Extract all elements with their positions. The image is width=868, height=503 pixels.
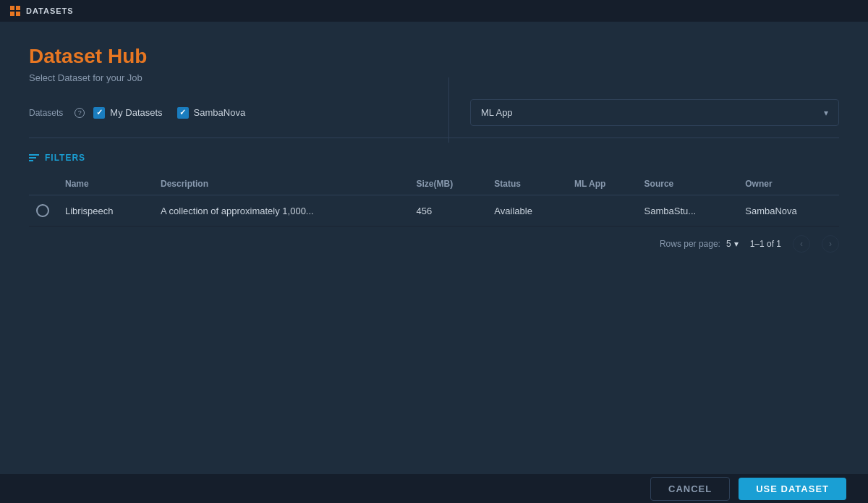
row-owner: SambaNova	[738, 195, 839, 227]
mlapp-dropdown[interactable]: ML App ▾	[470, 99, 839, 126]
col-name: Name	[58, 173, 153, 195]
col-description: Description	[153, 173, 409, 195]
col-source: Source	[637, 173, 739, 195]
row-select-cell[interactable]	[29, 195, 58, 227]
filters-section: FILTERS	[29, 153, 839, 163]
checkbox-group: My Datasets SambaNova	[93, 107, 245, 119]
filters-label: FILTERS	[45, 153, 85, 163]
page-size-value: 5	[726, 239, 731, 249]
rows-per-page-label: Rows per page:	[660, 239, 720, 249]
next-page-button[interactable]: ›	[822, 235, 839, 253]
checkbox-sambanova[interactable]: SambaNova	[177, 107, 246, 119]
col-owner: Owner	[738, 173, 839, 195]
sambanova-checkbox[interactable]	[177, 107, 189, 119]
use-dataset-button[interactable]: USE DATASET	[739, 478, 846, 500]
page-size-chevron: ▾	[734, 239, 739, 249]
info-icon[interactable]: ?	[75, 108, 85, 118]
pagination: Rows per page: 5 ▾ 1–1 of 1 ‹ ›	[29, 227, 839, 261]
dataset-table: Name Description Size(MB) Status ML App …	[29, 173, 839, 227]
col-select	[29, 173, 58, 195]
cancel-button[interactable]: CANCEL	[650, 477, 730, 501]
col-status: Status	[487, 173, 567, 195]
row-name: Librispeech	[58, 195, 153, 227]
page-subtitle: Select Dataset for your Job	[29, 72, 839, 83]
top-section: Datasets ? My Datasets SambaNova ML App …	[29, 99, 839, 138]
vertical-divider	[448, 77, 449, 143]
right-section: ML App ▾	[448, 99, 839, 126]
table-header-row: Name Description Size(MB) Status ML App …	[29, 173, 839, 195]
table-row: Librispeech A collection of approximatel…	[29, 195, 839, 227]
footer: CANCEL USE DATASET	[0, 474, 868, 503]
radio-button[interactable]	[36, 204, 49, 217]
my-datasets-label: My Datasets	[110, 107, 162, 118]
col-size: Size(MB)	[409, 173, 488, 195]
col-mlapp: ML App	[567, 173, 637, 195]
my-datasets-checkbox[interactable]	[93, 107, 105, 119]
prev-page-button[interactable]: ‹	[793, 235, 810, 253]
filter-icon	[29, 154, 39, 161]
filters-button[interactable]: FILTERS	[29, 153, 85, 163]
page-info: 1–1 of 1	[750, 239, 781, 249]
page-size-dropdown[interactable]: 5 ▾	[726, 239, 739, 249]
rows-per-page-section: Rows per page: 5 ▾	[660, 239, 739, 249]
left-section: Datasets ? My Datasets SambaNova	[29, 107, 448, 119]
page-title: Dataset Hub	[29, 45, 839, 68]
row-mlapp	[567, 195, 637, 227]
main-content: Dataset Hub Select Dataset for your Job …	[0, 22, 868, 474]
row-status: Available	[487, 195, 567, 227]
row-description: A collection of approximately 1,000...	[153, 195, 409, 227]
row-source: SambaStu...	[637, 195, 739, 227]
row-size: 456	[409, 195, 488, 227]
sambanova-label: SambaNova	[194, 107, 246, 118]
top-bar-title: DATASETS	[26, 7, 74, 15]
top-bar: DATASETS	[0, 0, 868, 22]
datasets-label: Datasets	[29, 108, 63, 118]
checkbox-my-datasets[interactable]: My Datasets	[93, 107, 162, 119]
chevron-down-icon: ▾	[824, 108, 828, 118]
datasets-icon	[10, 6, 20, 16]
mlapp-dropdown-value: ML App	[481, 107, 513, 118]
